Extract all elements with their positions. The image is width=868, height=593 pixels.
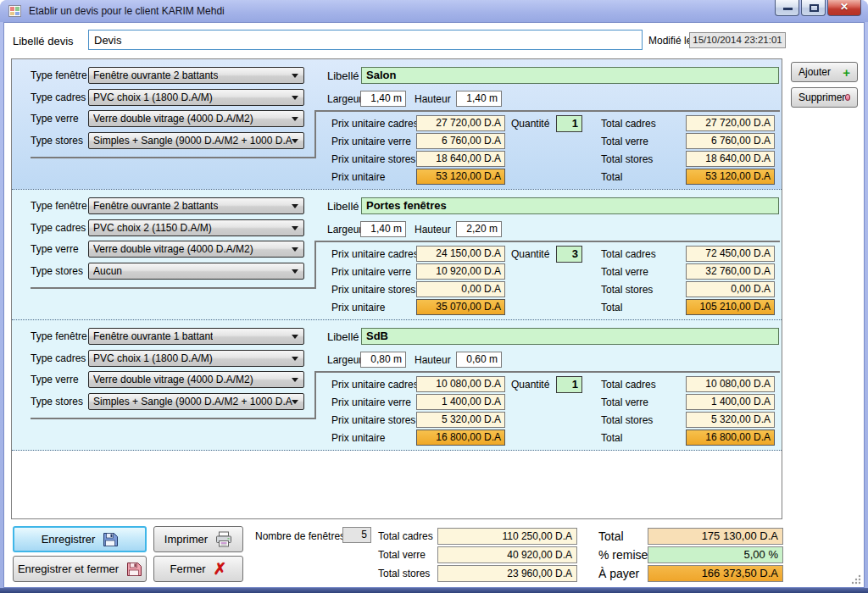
- quote-window: Etablir un devis pour le client KARIM Me…: [0, 0, 868, 593]
- type-cadres-select[interactable]: PVC choix 1 (1800 D.A/M): [88, 89, 304, 106]
- prix-unitaire-cadres-label: Prix unitaire cadres: [331, 379, 419, 391]
- prix-unitaire-cadres-label: Prix unitaire cadres: [331, 248, 419, 260]
- a-payer-field: 166 373,50 D.A: [648, 565, 783, 582]
- hauteur-input[interactable]: 1,40 m: [456, 91, 502, 107]
- nb-fenetres-label: Nombre de fenêtres: [255, 530, 345, 542]
- prix-unitaire-cadres-field: 24 150,00 D.A: [416, 246, 505, 262]
- libelle-devis-label: Libellé devis: [13, 35, 74, 47]
- quantite-input[interactable]: 1: [556, 115, 582, 132]
- price-panel-border: [314, 371, 780, 373]
- libelle-devis-input[interactable]: [88, 30, 643, 50]
- price-panel-border: [314, 371, 316, 419]
- prix-unitaire-stores-field: 0,00 D.A: [416, 281, 505, 297]
- total-stores-field: 18 640,00 D.A: [686, 151, 775, 167]
- total-stores-label: Total stores: [601, 414, 653, 426]
- window-item-section: Type fenêtre Fenêtre ouvrante 1 battant …: [12, 320, 782, 451]
- close-window-button[interactable]: ✕: [827, 0, 861, 16]
- largeur-input[interactable]: 1,40 m: [360, 221, 406, 237]
- prix-unitaire-verre-label: Prix unitaire verre: [331, 136, 411, 147]
- quantite-label: Quantité: [511, 248, 549, 260]
- total-verre-label: Total verre: [601, 266, 648, 278]
- save-and-close-label: Enregistrer et fermer: [18, 563, 119, 575]
- prix-unitaire-verre-field: 6 760,00 D.A: [416, 133, 505, 149]
- printer-icon: [215, 531, 232, 547]
- type-fenetre-select[interactable]: Fenêtre ouvrante 1 battant: [88, 328, 304, 345]
- floppy-disk-pink-icon: [126, 562, 142, 577]
- chevron-down-icon: [292, 204, 298, 208]
- footer-total-stores-field: 23 960,00 D.A: [437, 565, 577, 582]
- add-window-label: Ajouter: [798, 66, 831, 78]
- type-fenetre-value: Fenêtre ouvrante 2 battants: [93, 69, 218, 81]
- maximize-button[interactable]: [801, 0, 826, 16]
- type-stores-select[interactable]: Simples + Sangle (9000 D.A/M2 + 1000 D.A…: [88, 132, 304, 149]
- type-stores-select[interactable]: Simples + Sangle (9000 D.A/M2 + 1000 D.A…: [88, 393, 304, 410]
- type-cadres-label: Type cadres: [31, 91, 86, 103]
- chevron-down-icon: [292, 226, 298, 230]
- libelle-input[interactable]: Salon: [361, 67, 779, 84]
- chevron-down-icon: [292, 247, 298, 252]
- nb-fenetres-field: 5: [342, 527, 371, 543]
- a-payer-label: À payer: [598, 567, 639, 580]
- type-fenetre-select[interactable]: Fenêtre ouvrante 2 battants: [88, 197, 304, 214]
- type-verre-select[interactable]: Verre double vitrage (4000 D.A/M2): [88, 110, 304, 127]
- save-and-close-button[interactable]: Enregistrer et fermer: [13, 556, 147, 582]
- type-fenetre-label: Type fenêtre: [31, 69, 87, 81]
- hauteur-input[interactable]: 0,60 m: [456, 352, 502, 368]
- type-verre-value: Verre double vitrage (4000 D.A/M2): [93, 243, 253, 255]
- resize-grip[interactable]: [850, 574, 862, 585]
- print-button[interactable]: Imprimer: [153, 526, 243, 552]
- type-cadres-value: PVC choix 1 (1800 D.A/M): [93, 352, 213, 364]
- app-icon: [8, 5, 21, 17]
- hauteur-input[interactable]: 2,20 m: [456, 221, 502, 237]
- total-cadres-label: Total cadres: [601, 248, 656, 260]
- type-verre-label: Type verre: [31, 113, 79, 125]
- remove-window-label: Supprimer: [798, 91, 845, 103]
- type-verre-label: Type verre: [31, 374, 79, 385]
- prix-unitaire-stores-field: 5 320,00 D.A: [416, 412, 505, 428]
- type-cadres-select[interactable]: PVC choix 1 (1800 D.A/M): [88, 350, 304, 367]
- largeur-label: Largeur: [327, 354, 362, 366]
- largeur-input[interactable]: 0,80 m: [360, 352, 406, 368]
- prix-unitaire-verre-label: Prix unitaire verre: [331, 266, 411, 278]
- prix-unitaire-cadres-field: 27 720,00 D.A: [416, 115, 505, 131]
- type-verre-select[interactable]: Verre double vitrage (4000 D.A/M2): [88, 241, 304, 258]
- total-verre-label: Total verre: [601, 136, 648, 147]
- window-item-section: Type fenêtre Fenêtre ouvrante 2 battants…: [12, 59, 782, 190]
- chevron-down-icon: [292, 400, 298, 404]
- prix-unitaire-label: Prix unitaire: [331, 432, 385, 444]
- type-fenetre-select[interactable]: Fenêtre ouvrante 2 battants: [88, 67, 304, 84]
- total-cadres-label: Total cadres: [601, 379, 656, 391]
- modified-label: Modifié le: [648, 35, 692, 47]
- type-fenetre-label: Type fenêtre: [31, 330, 87, 342]
- quantite-input[interactable]: 1: [556, 376, 582, 393]
- total-cadres-field: 72 450,00 D.A: [686, 246, 775, 262]
- minimize-button[interactable]: [775, 0, 799, 16]
- window-title: Etablir un devis pour le client KARIM Me…: [29, 5, 225, 17]
- remove-window-button[interactable]: Supprimer: [791, 87, 858, 108]
- add-window-button[interactable]: Ajouter +: [791, 62, 858, 82]
- close-button[interactable]: Fermer ✗: [153, 556, 243, 582]
- type-stores-select[interactable]: Aucun: [88, 263, 304, 280]
- save-button[interactable]: Enregistrer: [13, 526, 147, 552]
- prix-unitaire-verre-field: 10 920,00 D.A: [416, 263, 505, 280]
- libelle-input[interactable]: Portes fenêtres: [361, 197, 779, 214]
- total-verre-field: 6 760,00 D.A: [686, 133, 775, 149]
- prix-unitaire-total-field: 53 120,00 D.A: [416, 169, 505, 185]
- total-stores-label: Total stores: [601, 153, 653, 165]
- hauteur-label: Hauteur: [415, 354, 451, 366]
- type-verre-select[interactable]: Verre double vitrage (4000 D.A/M2): [88, 371, 304, 388]
- client-area: Libellé devis Modifié le 15/10/2014 23:2…: [3, 22, 865, 588]
- chevron-down-icon: [292, 357, 298, 361]
- titlebar[interactable]: Etablir un devis pour le client KARIM Me…: [0, 0, 868, 22]
- type-fenetre-value: Fenêtre ouvrante 2 battants: [93, 200, 218, 212]
- remise-input[interactable]: 5,00 %: [648, 546, 783, 563]
- type-cadres-label: Type cadres: [31, 352, 86, 364]
- type-cadres-select[interactable]: PVC choix 2 (1150 D.A/M): [88, 219, 304, 236]
- libelle-input[interactable]: SdB: [361, 328, 779, 345]
- window-item-section: Type fenêtre Fenêtre ouvrante 2 battants…: [12, 190, 782, 320]
- footer-total-stores-label: Total stores: [378, 568, 430, 579]
- modified-date-field: 15/10/2014 23:21:01: [689, 32, 786, 48]
- quantite-input[interactable]: 3: [556, 246, 582, 263]
- prix-unitaire-cadres-field: 10 080,00 D.A: [416, 376, 505, 392]
- largeur-input[interactable]: 1,40 m: [360, 91, 406, 107]
